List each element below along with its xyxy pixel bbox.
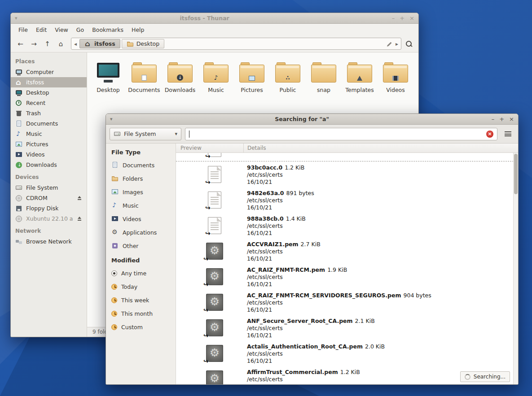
sidebar-item-label: Music (26, 131, 42, 137)
filter-modified-today[interactable]: Today (106, 280, 176, 293)
result-preview-cell (176, 153, 243, 161)
file-type-list: DocumentsFoldersImagesMusicVideosApplica… (106, 158, 176, 252)
sidebar-item-desktop[interactable]: Desktop (11, 87, 87, 98)
trash-icon (15, 110, 22, 117)
result-row[interactable]: 9482e63a.0891 bytes/etc/ssl/certs16/10/2… (176, 187, 518, 213)
minimize-button[interactable]: – (492, 116, 495, 122)
filter-modified-this-week[interactable]: This week (106, 293, 176, 307)
file-item-desktop[interactable]: Desktop (91, 58, 126, 93)
column-preview[interactable]: Preview (176, 144, 243, 152)
sidebar-item-label: Browse Network (26, 238, 72, 245)
thunar-toolbar: ← → ↑ ⌂ ◂ itsfoss Desktop ▸ (11, 35, 418, 52)
result-row[interactable]: ANF_Secure_Server_Root_CA.pem2.1 KiB/etc… (176, 315, 518, 340)
sidebar-item-recent[interactable]: Recent (11, 98, 87, 108)
sidebar-item-file-system[interactable]: File System (11, 183, 87, 193)
thunar-titlebar[interactable]: ▾ itsfoss - Thunar – + × (11, 13, 418, 24)
sidebar-item-videos[interactable]: Videos (11, 149, 87, 160)
menu-item-bookmarks[interactable]: Bookmarks (88, 25, 128, 35)
filter-filetype-applications[interactable]: Applications (106, 226, 176, 239)
result-date: 16/10/21 (247, 383, 515, 384)
eject-icon[interactable] (77, 196, 82, 201)
file-type-header: File Type (106, 144, 176, 158)
result-path: /etc/ssl/certs (247, 325, 515, 332)
column-details[interactable]: Details (243, 144, 518, 152)
breadcrumb-itsfoss[interactable]: itsfoss (79, 39, 120, 48)
sidebar-item-music[interactable]: Music (11, 129, 87, 139)
catfish-titlebar[interactable]: ▾ Searching for "a" – + × (106, 114, 518, 125)
filter-modified-custom[interactable]: Custom (106, 320, 176, 334)
window-menu-icon[interactable]: ▾ (110, 116, 113, 122)
breadcrumb-desktop[interactable]: Desktop (122, 39, 165, 48)
result-row[interactable]: 988a38cb.01.4 KiB/etc/ssl/certs16/10/21 (176, 213, 518, 238)
scroll-right-button[interactable]: ▸ (394, 41, 400, 47)
back-button[interactable]: ← (14, 38, 26, 50)
file-item-public[interactable]: Public (270, 58, 305, 93)
filter-label: Folders (123, 175, 143, 182)
edit-path-icon[interactable] (387, 41, 393, 47)
search-button[interactable] (403, 38, 415, 50)
filter-filetype-documents[interactable]: Documents (106, 158, 176, 172)
scrollbar[interactable] (513, 153, 518, 384)
sidebar-item-floppy-disk[interactable]: Floppy Disk (11, 203, 87, 213)
close-button[interactable]: × (409, 15, 414, 21)
results-header: Preview Details (176, 144, 518, 153)
file-item-music[interactable]: Music (198, 58, 233, 93)
result-details-cell: ANF_Secure_Server_Root_CA.pem2.1 KiB/etc… (243, 315, 518, 340)
result-row[interactable]: 93bc0acc.01.2 KiB/etc/ssl/certs16/10/21 (176, 161, 518, 187)
menu-item-edit[interactable]: Edit (32, 25, 51, 35)
picture-icon (15, 141, 22, 148)
result-row[interactable]: AC_RAIZ_FNMT-RCM_SERVIDORES_SEGUROS.pem9… (176, 289, 518, 315)
filter-filetype-other[interactable]: Other (106, 239, 176, 252)
close-button[interactable]: × (509, 116, 514, 122)
up-button[interactable]: ↑ (41, 38, 53, 50)
menu-item-help[interactable]: Help (128, 25, 149, 35)
file-item-downloads[interactable]: Downloads (163, 58, 198, 93)
maximize-button[interactable]: + (499, 116, 504, 122)
menu-button[interactable] (501, 128, 514, 140)
forward-button[interactable]: → (28, 38, 40, 50)
scrollbar-thumb[interactable] (514, 154, 518, 194)
file-item-pictures[interactable]: Pictures (234, 58, 269, 93)
filter-filetype-folders[interactable]: Folders (106, 172, 176, 185)
eject-icon[interactable] (77, 216, 82, 222)
result-row[interactable]: Actalis_Authentication_Root_CA.pem2.0 Ki… (176, 340, 518, 366)
filter-filetype-music[interactable]: Music (106, 199, 176, 212)
sidebar-item-browse-network[interactable]: Browse Network (11, 236, 87, 247)
filter-modified-this-month[interactable]: This month (106, 307, 176, 320)
sidebar-item-label: Computer (26, 69, 54, 75)
sidebar-item-cdrom[interactable]: CDROM (11, 193, 87, 203)
search-input[interactable] (185, 128, 497, 140)
filter-filetype-images[interactable]: Images (106, 185, 176, 199)
file-item-videos[interactable]: Videos (378, 58, 413, 93)
sidebar-item-pictures[interactable]: Pictures (11, 139, 87, 149)
filter-modified-any-time[interactable]: Any time (106, 266, 176, 280)
window-menu-icon[interactable]: ▾ (15, 15, 18, 21)
home-button[interactable]: ⌂ (55, 38, 67, 50)
filter-filetype-videos[interactable]: Videos (106, 212, 176, 226)
result-name: Actalis_Authentication_Root_CA.pem (247, 343, 363, 350)
result-row[interactable]: 16/10/21 (176, 153, 518, 161)
sidebar-item-xubuntu-22-10-am[interactable]: Xubuntu 22.10 am... (11, 213, 87, 224)
sidebar-item-documents[interactable]: Documents (11, 118, 87, 129)
clear-search-icon[interactable] (486, 131, 493, 138)
sidebar-item-trash[interactable]: Trash (11, 108, 87, 118)
sidebar-item-itsfoss[interactable]: itsfoss (11, 77, 87, 87)
filter-label: This week (121, 297, 149, 304)
scroll-left-button[interactable]: ◂ (73, 41, 78, 47)
catfish-toolbar: File System ▾ (106, 125, 518, 144)
minimize-button[interactable]: – (392, 15, 395, 21)
result-row[interactable]: ACCVRAIZ1.pem2.7 KiB/etc/ssl/certs16/10/… (176, 238, 518, 264)
result-row[interactable]: AC_RAIZ_FNMT-RCM.pem1.9 KiB/etc/ssl/cert… (176, 264, 518, 289)
location-dropdown[interactable]: File System ▾ (110, 128, 181, 140)
maximize-button[interactable]: + (400, 15, 404, 21)
menu-item-file[interactable]: File (14, 25, 32, 35)
sidebar-item-downloads[interactable]: Downloads (11, 160, 87, 170)
sidebar-section-network: Network (11, 224, 87, 236)
file-item-documents[interactable]: Documents (127, 58, 162, 93)
file-item-snap[interactable]: snap (306, 58, 341, 93)
file-item-templates[interactable]: Templates (342, 58, 377, 93)
sidebar-item-computer[interactable]: Computer (11, 67, 87, 77)
menu-item-go[interactable]: Go (72, 25, 88, 35)
clock-icon (111, 324, 117, 330)
menu-item-view[interactable]: View (51, 25, 72, 35)
